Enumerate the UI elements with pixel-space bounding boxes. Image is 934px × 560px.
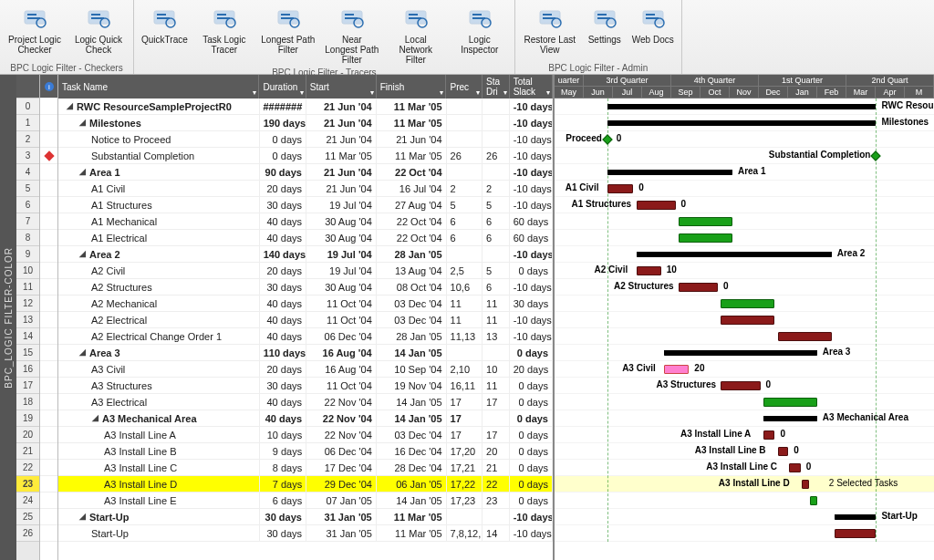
- cell-task-name[interactable]: A1 Civil: [58, 181, 260, 196]
- gantt-row[interactable]: A3 Install Line D2 Selected Tasks: [555, 476, 934, 493]
- cell-start-driver[interactable]: [483, 115, 510, 130]
- row-number[interactable]: 16: [16, 361, 39, 378]
- cell-predecessors[interactable]: 7,8,12,: [447, 525, 483, 541]
- row-number[interactable]: 15: [16, 345, 39, 361]
- row-number[interactable]: 2: [16, 131, 39, 148]
- cell-total-slack[interactable]: 0 days: [510, 493, 553, 508]
- cell-start[interactable]: 22 Nov '04: [306, 427, 377, 442]
- cell-finish[interactable]: 03 Dec '04: [377, 427, 447, 442]
- grid-body[interactable]: ◢RWC ResourceSampleProjectR0#######21 Ju…: [58, 99, 553, 542]
- cell-start-driver[interactable]: 22: [483, 476, 510, 492]
- row-number[interactable]: 17: [16, 378, 39, 394]
- gantt-task-bar[interactable]: [637, 266, 661, 275]
- outline-toggle-icon[interactable]: ◢: [78, 250, 87, 258]
- ribbon-local-network-button[interactable]: Local Network Filter: [385, 2, 447, 67]
- cell-total-slack[interactable]: 0 days: [510, 263, 553, 278]
- cell-predecessors[interactable]: 17,20: [447, 443, 483, 459]
- gantt-task-bar[interactable]: [721, 316, 774, 325]
- gantt-row[interactable]: A3 Install Line A0: [555, 427, 934, 443]
- cell-finish[interactable]: 22 Oct '04: [377, 213, 447, 229]
- cell-duration[interactable]: 30 days: [260, 509, 306, 524]
- table-row[interactable]: ◢Area 3110 days16 Aug '0414 Jan '050 day…: [58, 345, 553, 361]
- row-number[interactable]: 24: [16, 493, 39, 509]
- cell-predecessors[interactable]: [447, 131, 483, 147]
- gantt-task-bar[interactable]: [721, 381, 760, 390]
- cell-start-driver[interactable]: 11: [483, 378, 510, 393]
- cell-total-slack[interactable]: 30 days: [510, 296, 553, 311]
- cell-task-name[interactable]: ◢RWC ResourceSampleProjectR0: [58, 99, 260, 114]
- cell-start[interactable]: 06 Dec '04: [306, 328, 377, 344]
- cell-start[interactable]: 30 Aug '04: [306, 230, 377, 245]
- cell-start-driver[interactable]: [483, 246, 510, 262]
- cell-duration[interactable]: 9 days: [260, 443, 306, 459]
- cell-finish[interactable]: 03 Dec '04: [377, 312, 447, 327]
- cell-predecessors[interactable]: 16,11: [447, 378, 483, 393]
- cell-total-slack[interactable]: 0 days: [510, 443, 553, 459]
- ribbon-logic-inspector-button[interactable]: Logic Inspector: [449, 2, 511, 67]
- gantt-row[interactable]: Proceed0: [555, 131, 934, 148]
- cell-total-slack[interactable]: -10 days: [510, 279, 553, 295]
- cell-start-driver[interactable]: 23: [483, 493, 510, 508]
- cell-start[interactable]: 30 Aug '04: [306, 279, 377, 295]
- cell-start-driver[interactable]: [483, 410, 510, 426]
- gantt-row[interactable]: [555, 213, 934, 230]
- cell-predecessors[interactable]: 10,6: [447, 279, 483, 295]
- cell-finish[interactable]: 27 Aug '04: [377, 197, 447, 213]
- cell-start[interactable]: 22 Nov '04: [306, 410, 377, 426]
- gantt-row[interactable]: Start-Up: [555, 509, 934, 525]
- cell-total-slack[interactable]: -10 days: [510, 197, 553, 213]
- cell-start[interactable]: 07 Jan '05: [306, 493, 377, 508]
- gantt-summary-bar[interactable]: [835, 514, 876, 520]
- col-predecessors[interactable]: Prec▾: [446, 75, 482, 99]
- cell-task-name[interactable]: A2 Civil: [58, 263, 260, 278]
- cell-predecessors[interactable]: 26: [447, 148, 483, 163]
- cell-start-driver[interactable]: 2: [483, 181, 510, 196]
- col-finish[interactable]: Finish▾: [377, 75, 447, 99]
- cell-task-name[interactable]: A3 Install Line B: [58, 443, 260, 459]
- cell-finish[interactable]: 10 Sep '04: [377, 361, 447, 377]
- gantt-task-bar[interactable]: [763, 430, 774, 440]
- cell-finish[interactable]: 19 Nov '04: [377, 378, 447, 393]
- cell-start-driver[interactable]: [483, 345, 510, 360]
- col-total-slack[interactable]: Total Slack▾: [510, 75, 553, 99]
- cell-duration[interactable]: 40 days: [260, 230, 306, 245]
- gantt-task-bar[interactable]: [835, 529, 876, 538]
- table-row[interactable]: A3 Structures30 days11 Oct '0419 Nov '04…: [58, 378, 553, 394]
- side-panel-tab[interactable]: BPC_LOGIC FILTER-COLOR: [0, 75, 16, 560]
- table-row[interactable]: A3 Install Line A10 days22 Nov '0403 Dec…: [58, 427, 553, 443]
- table-row[interactable]: A3 Install Line D7 days29 Dec '0406 Jan …: [58, 476, 553, 493]
- cell-total-slack[interactable]: -10 days: [510, 148, 553, 163]
- cell-finish[interactable]: 14 Jan '05: [377, 493, 447, 508]
- cell-total-slack[interactable]: 60 days: [510, 213, 553, 229]
- gantt-row[interactable]: A2 Structures0: [555, 279, 934, 296]
- gantt-row[interactable]: A3 Install Line B0: [555, 443, 934, 460]
- table-row[interactable]: A1 Structures30 days19 Jul '0427 Aug '04…: [58, 197, 553, 213]
- task-grid[interactable]: Task Name▾ Duration▾ Start▾ Finish▾ Prec…: [58, 75, 555, 560]
- cell-total-slack[interactable]: -10 days: [510, 131, 553, 147]
- gantt-row[interactable]: [555, 312, 934, 328]
- table-row[interactable]: A1 Civil20 days21 Jun '0416 Jul '0422-10…: [58, 181, 553, 197]
- row-number[interactable]: 3: [16, 148, 39, 164]
- col-start[interactable]: Start▾: [306, 75, 377, 99]
- cell-predecessors[interactable]: 11: [447, 312, 483, 327]
- outline-toggle-icon[interactable]: ◢: [78, 348, 87, 357]
- cell-start[interactable]: 11 Oct '04: [306, 312, 377, 327]
- row-number[interactable]: 11: [16, 279, 39, 296]
- cell-finish[interactable]: 08 Oct '04: [377, 279, 447, 295]
- row-number[interactable]: 12: [16, 296, 39, 312]
- cell-start[interactable]: 17 Dec '04: [306, 460, 377, 475]
- cell-predecessors[interactable]: [447, 345, 483, 360]
- cell-finish[interactable]: 14 Jan '05: [377, 394, 447, 410]
- cell-duration[interactable]: 20 days: [260, 263, 306, 278]
- cell-start[interactable]: 22 Nov '04: [306, 394, 377, 410]
- cell-task-name[interactable]: A2 Electrical Change Order 1: [58, 328, 260, 344]
- row-number[interactable]: 1: [16, 115, 39, 131]
- ribbon-longest-path-button[interactable]: Longest Path Filter: [257, 2, 319, 67]
- cell-task-name[interactable]: A3 Electrical: [58, 394, 260, 410]
- cell-start[interactable]: 16 Aug '04: [306, 345, 377, 360]
- cell-predecessors[interactable]: 6: [447, 213, 483, 229]
- cell-finish[interactable]: 28 Jan '05: [377, 328, 447, 344]
- cell-predecessors[interactable]: [447, 246, 483, 262]
- cell-start-driver[interactable]: 13: [483, 328, 510, 344]
- gantt-row[interactable]: A3 Civil20: [555, 361, 934, 378]
